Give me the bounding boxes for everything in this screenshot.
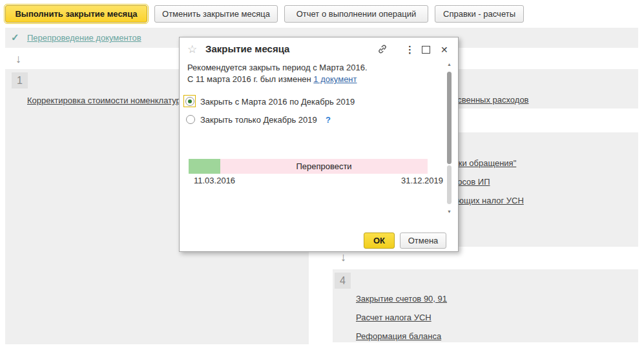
option-single-label[interactable]: Закрыть только Декабрь 2019	[200, 115, 317, 125]
progress-repost-segment: Перепровести	[220, 159, 428, 174]
changed-document-text: С 11 марта 2016 г. был изменен 1 докумен…	[187, 74, 357, 84]
progress-done-segment	[189, 159, 220, 174]
reposting-documents-link[interactable]: Перепроведение документов	[27, 33, 141, 43]
scroll-up-icon[interactable]: ▲	[446, 62, 452, 67]
cost-adjustment-link[interactable]: Корректировка стоимости номенклатур	[27, 96, 181, 105]
link-icon[interactable]	[377, 43, 388, 57]
star-icon[interactable]: ☆	[187, 43, 197, 56]
option-full-label[interactable]: Закрыть с Марта 2016 по Декабрь 2019	[200, 97, 355, 107]
changed-document-link[interactable]: 1 документ	[313, 74, 357, 84]
more-menu-icon[interactable]: ⋮	[405, 45, 415, 55]
down-arrow-icon: ↓	[340, 251, 346, 264]
changed-document-prefix: С 11 марта 2016 г. был изменен	[187, 74, 313, 84]
references-calculations-button[interactable]: Справки - расчеты	[435, 5, 524, 23]
radio-close-only-december[interactable]	[186, 115, 195, 124]
maximize-icon[interactable]	[422, 46, 430, 54]
scrollbar-thumb[interactable]	[447, 72, 452, 164]
recommendation-text: Рекомендуется закрыть период с Марта 201…	[187, 63, 368, 72]
group4-number-badge: 4	[335, 273, 351, 289]
group1-number-badge: 1	[12, 72, 28, 88]
run-month-closing-button[interactable]: Выполнить закрытие месяца	[5, 5, 147, 23]
cancel-month-closing-button[interactable]: Отменить закрытие месяца	[154, 5, 278, 23]
dialog-title: Закрытие месяца	[205, 43, 289, 54]
radio-selected-dot	[188, 99, 192, 103]
month-closing-dialog: ☆ Закрытие месяца ⋮ ✕ Рекомендуется закр…	[179, 37, 459, 252]
cancel-button[interactable]: Отмена	[400, 233, 446, 249]
indirect-expenses-link[interactable]: освенных расходов	[453, 95, 529, 105]
down-arrow-icon: ↓	[16, 52, 21, 66]
close-accounts-90-91-link[interactable]: Закрытие счетов 90, 91	[356, 294, 447, 304]
scrollbar-track	[447, 165, 452, 204]
scroll-down-icon[interactable]: ▼	[446, 209, 452, 214]
usn-tax-calculation-link[interactable]: Расчет налога УСН	[356, 313, 431, 322]
check-icon: ✓	[11, 32, 19, 43]
radio-close-from-march[interactable]	[185, 97, 194, 106]
close-icon[interactable]: ✕	[441, 45, 448, 55]
progress-date-range: 11.03.2016 31.12.2019	[194, 176, 443, 185]
usn-tax-reducing-link[interactable]: ающих налог УСН	[453, 196, 524, 205]
dialog-scrollbar[interactable]: ▲ ▼	[445, 62, 453, 225]
circulation-costs-link[interactable]: жки обращения"	[453, 158, 516, 168]
help-icon[interactable]: ?	[326, 115, 331, 125]
balance-reformation-link[interactable]: Реформация баланса	[356, 331, 441, 341]
ok-button[interactable]: ОК	[364, 233, 395, 249]
reposting-progress-bar: Перепровести	[189, 159, 428, 174]
operations-report-button[interactable]: Отчет о выполнении операций	[284, 5, 428, 23]
date-end: 31.12.2019	[401, 176, 443, 185]
month-closing-screen: Выполнить закрытие месяца Отменить закры…	[0, 0, 644, 352]
date-start: 11.03.2016	[194, 176, 235, 185]
